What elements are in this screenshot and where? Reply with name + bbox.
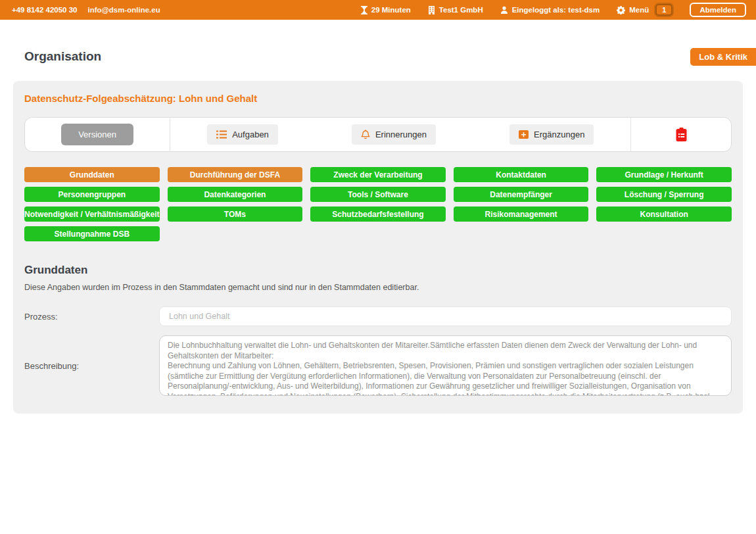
session-timer: 29 Minuten bbox=[361, 6, 411, 14]
panel-title: Datenschutz-Folgeabschätzung: Lohn und G… bbox=[24, 93, 732, 104]
beschreibung-label: Beschreibung: bbox=[24, 361, 159, 371]
section-button[interactable]: Grundlage / Herkunft bbox=[596, 167, 732, 182]
section-button[interactable]: Notwendigkeit / Verhältnismäßigkeit bbox=[24, 206, 160, 222]
section-button[interactable]: Konsultation bbox=[596, 206, 732, 222]
beschreibung-row: Beschreibung: Die Lohnbuchhaltung verwal… bbox=[24, 335, 732, 396]
section-button[interactable]: TOMs bbox=[168, 206, 303, 222]
section-button[interactable]: Risikomanagement bbox=[454, 206, 589, 222]
menu-notification-badge[interactable]: 1 bbox=[655, 4, 673, 16]
user-icon bbox=[500, 6, 508, 14]
logout-button[interactable]: Abmelden bbox=[690, 3, 746, 17]
feedback-button[interactable]: Lob & Kritik bbox=[690, 48, 756, 66]
company: Test1 GmbH bbox=[428, 6, 483, 14]
section-button[interactable]: Grunddaten bbox=[24, 167, 160, 182]
email-link[interactable]: info@dsm-online.eu bbox=[87, 6, 160, 14]
tab-ergaenzungen[interactable]: Ergänzungen bbox=[509, 124, 594, 145]
section-button[interactable]: Durchführung der DSFA bbox=[168, 167, 303, 182]
task-list-icon bbox=[216, 130, 227, 139]
prozess-row: Prozess: bbox=[24, 306, 732, 326]
section-button[interactable]: Schutzbedarfsfestellung bbox=[310, 206, 446, 222]
company-label: Test1 GmbH bbox=[439, 6, 483, 14]
tab-aufgaben-label: Aufgaben bbox=[232, 130, 269, 139]
section-button[interactable]: Zweck der Verarbeitung bbox=[310, 167, 446, 182]
gear-icon bbox=[617, 6, 625, 14]
report-button[interactable] bbox=[676, 128, 687, 141]
section-button[interactable]: Löschung / Sperrung bbox=[596, 187, 732, 202]
tab-erinnerungen-label: Erinnerungen bbox=[375, 130, 427, 139]
building-icon bbox=[428, 6, 435, 14]
tabbar-cell-report bbox=[630, 118, 731, 151]
hourglass-icon bbox=[361, 6, 367, 14]
menu-label: Menü bbox=[629, 6, 649, 14]
section-button[interactable]: Tools / Software bbox=[310, 187, 446, 202]
section-button[interactable]: Datenkategorien bbox=[168, 187, 303, 202]
bell-icon bbox=[361, 130, 370, 139]
tabbar-cell-versionen: Versionen bbox=[25, 118, 170, 151]
section-button[interactable]: Personengruppen bbox=[24, 187, 160, 202]
phone-number[interactable]: +49 8142 42050 30 bbox=[12, 6, 77, 14]
tab-versionen[interactable]: Versionen bbox=[61, 124, 133, 145]
section-button[interactable]: Kontaktdaten bbox=[454, 167, 589, 182]
prozess-label: Prozess: bbox=[24, 312, 159, 322]
tabbar-cell-middle: Aufgaben Erinnerungen Ergänzungen bbox=[170, 118, 630, 151]
tab-aufgaben[interactable]: Aufgaben bbox=[207, 124, 278, 145]
beschreibung-textarea[interactable]: Die Lohnbuchhaltung verwaltet die Lohn- … bbox=[159, 335, 732, 396]
menu-button[interactable]: Menü bbox=[617, 6, 649, 14]
page-title: Organisation bbox=[24, 49, 101, 64]
folder-plus-icon bbox=[519, 130, 529, 139]
tab-erinnerungen[interactable]: Erinnerungen bbox=[352, 124, 436, 145]
logged-in-label: Eingeloggt als: test-dsm bbox=[512, 6, 600, 14]
clipboard-icon bbox=[676, 128, 687, 141]
section-note: Diese Angaben wurden im Prozess in den S… bbox=[24, 283, 732, 292]
section-heading: Grunddaten bbox=[24, 264, 732, 277]
tab-ergaenzungen-label: Ergänzungen bbox=[534, 130, 584, 139]
section-button-grid: GrunddatenDurchführung der DSFAZweck der… bbox=[24, 167, 732, 241]
tabbar: Versionen Aufgaben Erinnerungen Ergänzun… bbox=[24, 117, 732, 152]
prozess-input[interactable] bbox=[159, 306, 732, 326]
section-button[interactable]: Stellungnahme DSB bbox=[24, 226, 160, 241]
logged-in-user: Eingeloggt als: test-dsm bbox=[500, 6, 600, 14]
session-timer-label: 29 Minuten bbox=[371, 6, 411, 14]
topbar: +49 8142 42050 30 info@dsm-online.eu 29 … bbox=[0, 0, 756, 20]
section-button[interactable]: Datenempfänger bbox=[454, 187, 589, 202]
dsfa-panel: Datenschutz-Folgeabschätzung: Lohn und G… bbox=[13, 81, 743, 414]
